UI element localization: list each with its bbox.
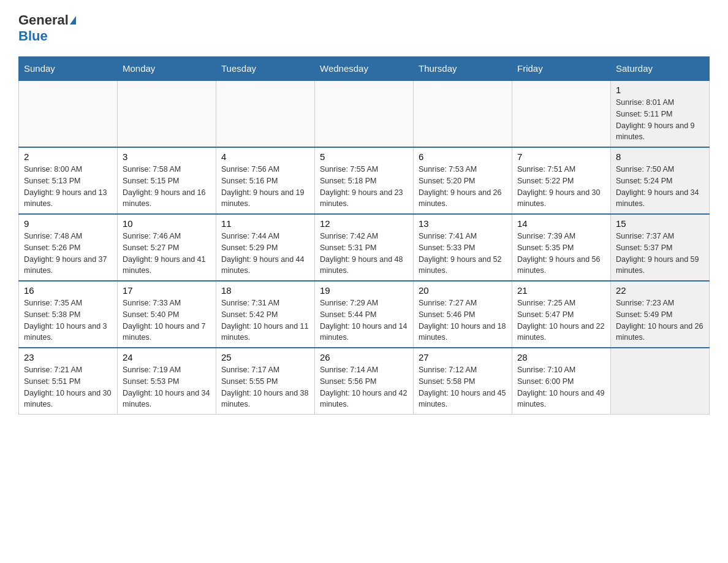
calendar-week-row: 1Sunrise: 8:01 AM Sunset: 5:11 PM Daylig… bbox=[19, 80, 710, 147]
day-number: 10 bbox=[123, 218, 211, 229]
calendar-cell: 15Sunrise: 7:37 AM Sunset: 5:37 PM Dayli… bbox=[611, 214, 710, 281]
day-info: Sunrise: 8:00 AM Sunset: 5:13 PM Dayligh… bbox=[24, 164, 112, 210]
day-number: 11 bbox=[221, 218, 309, 229]
day-number: 1 bbox=[616, 85, 704, 95]
day-number: 21 bbox=[517, 285, 605, 296]
day-info: Sunrise: 7:27 AM Sunset: 5:46 PM Dayligh… bbox=[419, 297, 507, 343]
day-number: 14 bbox=[517, 218, 605, 229]
day-info: Sunrise: 7:31 AM Sunset: 5:42 PM Dayligh… bbox=[221, 297, 309, 343]
calendar-cell: 28Sunrise: 7:10 AM Sunset: 6:00 PM Dayli… bbox=[512, 348, 611, 415]
calendar-cell bbox=[512, 80, 611, 147]
calendar-week-row: 16Sunrise: 7:35 AM Sunset: 5:38 PM Dayli… bbox=[19, 281, 710, 348]
day-info: Sunrise: 7:19 AM Sunset: 5:53 PM Dayligh… bbox=[123, 364, 211, 410]
calendar-cell: 12Sunrise: 7:42 AM Sunset: 5:31 PM Dayli… bbox=[315, 214, 414, 281]
page-header: General Blue bbox=[18, 12, 710, 44]
day-number: 27 bbox=[419, 352, 507, 362]
day-number: 17 bbox=[123, 285, 211, 296]
day-info: Sunrise: 7:56 AM Sunset: 5:16 PM Dayligh… bbox=[221, 164, 309, 210]
day-number: 24 bbox=[123, 352, 211, 362]
day-info: Sunrise: 7:46 AM Sunset: 5:27 PM Dayligh… bbox=[123, 231, 211, 277]
day-number: 2 bbox=[24, 151, 112, 162]
day-number: 28 bbox=[517, 352, 605, 362]
calendar-cell: 11Sunrise: 7:44 AM Sunset: 5:29 PM Dayli… bbox=[216, 214, 315, 281]
calendar-cell: 4Sunrise: 7:56 AM Sunset: 5:16 PM Daylig… bbox=[216, 147, 315, 214]
day-number: 23 bbox=[24, 352, 112, 362]
calendar-cell bbox=[611, 348, 710, 415]
calendar-week-row: 2Sunrise: 8:00 AM Sunset: 5:13 PM Daylig… bbox=[19, 147, 710, 214]
logo-general-text: General bbox=[18, 12, 69, 28]
day-number: 6 bbox=[419, 151, 507, 162]
calendar-cell: 26Sunrise: 7:14 AM Sunset: 5:56 PM Dayli… bbox=[315, 348, 414, 415]
header-tuesday: Tuesday bbox=[216, 57, 315, 81]
logo-triangle-icon bbox=[70, 16, 76, 25]
weekday-header-row: Sunday Monday Tuesday Wednesday Thursday… bbox=[19, 57, 710, 81]
calendar-cell: 18Sunrise: 7:31 AM Sunset: 5:42 PM Dayli… bbox=[216, 281, 315, 348]
calendar-cell: 22Sunrise: 7:23 AM Sunset: 5:49 PM Dayli… bbox=[611, 281, 710, 348]
day-number: 3 bbox=[123, 151, 211, 162]
header-monday: Monday bbox=[118, 57, 216, 81]
calendar-cell: 3Sunrise: 7:58 AM Sunset: 5:15 PM Daylig… bbox=[118, 147, 216, 214]
calendar-cell: 23Sunrise: 7:21 AM Sunset: 5:51 PM Dayli… bbox=[19, 348, 118, 415]
day-info: Sunrise: 7:25 AM Sunset: 5:47 PM Dayligh… bbox=[517, 297, 605, 343]
header-sunday: Sunday bbox=[19, 57, 118, 81]
calendar-cell: 16Sunrise: 7:35 AM Sunset: 5:38 PM Dayli… bbox=[19, 281, 118, 348]
day-info: Sunrise: 7:48 AM Sunset: 5:26 PM Dayligh… bbox=[24, 231, 112, 277]
calendar-cell: 19Sunrise: 7:29 AM Sunset: 5:44 PM Dayli… bbox=[315, 281, 414, 348]
day-number: 19 bbox=[320, 285, 408, 296]
day-info: Sunrise: 7:58 AM Sunset: 5:15 PM Dayligh… bbox=[123, 164, 211, 210]
calendar-cell: 10Sunrise: 7:46 AM Sunset: 5:27 PM Dayli… bbox=[118, 214, 216, 281]
day-info: Sunrise: 7:51 AM Sunset: 5:22 PM Dayligh… bbox=[517, 164, 605, 210]
header-thursday: Thursday bbox=[414, 57, 512, 81]
calendar-cell: 2Sunrise: 8:00 AM Sunset: 5:13 PM Daylig… bbox=[19, 147, 118, 214]
calendar-cell: 8Sunrise: 7:50 AM Sunset: 5:24 PM Daylig… bbox=[611, 147, 710, 214]
day-info: Sunrise: 7:14 AM Sunset: 5:56 PM Dayligh… bbox=[320, 364, 408, 410]
logo: General Blue bbox=[18, 12, 76, 44]
calendar-cell: 14Sunrise: 7:39 AM Sunset: 5:35 PM Dayli… bbox=[512, 214, 611, 281]
calendar-cell: 1Sunrise: 8:01 AM Sunset: 5:11 PM Daylig… bbox=[611, 80, 710, 147]
day-info: Sunrise: 8:01 AM Sunset: 5:11 PM Dayligh… bbox=[616, 97, 704, 143]
calendar-cell: 6Sunrise: 7:53 AM Sunset: 5:20 PM Daylig… bbox=[414, 147, 512, 214]
logo-blue-text: Blue bbox=[18, 28, 76, 44]
calendar-cell bbox=[19, 80, 118, 147]
header-friday: Friday bbox=[512, 57, 611, 81]
calendar-cell: 17Sunrise: 7:33 AM Sunset: 5:40 PM Dayli… bbox=[118, 281, 216, 348]
day-info: Sunrise: 7:55 AM Sunset: 5:18 PM Dayligh… bbox=[320, 164, 408, 210]
day-info: Sunrise: 7:39 AM Sunset: 5:35 PM Dayligh… bbox=[517, 231, 605, 277]
calendar-week-row: 23Sunrise: 7:21 AM Sunset: 5:51 PM Dayli… bbox=[19, 348, 710, 415]
calendar-cell: 20Sunrise: 7:27 AM Sunset: 5:46 PM Dayli… bbox=[414, 281, 512, 348]
calendar-cell bbox=[216, 80, 315, 147]
day-number: 5 bbox=[320, 151, 408, 162]
calendar-cell: 13Sunrise: 7:41 AM Sunset: 5:33 PM Dayli… bbox=[414, 214, 512, 281]
day-info: Sunrise: 7:33 AM Sunset: 5:40 PM Dayligh… bbox=[123, 297, 211, 343]
day-info: Sunrise: 7:37 AM Sunset: 5:37 PM Dayligh… bbox=[616, 231, 704, 277]
day-info: Sunrise: 7:29 AM Sunset: 5:44 PM Dayligh… bbox=[320, 297, 408, 343]
day-number: 4 bbox=[221, 151, 309, 162]
calendar-week-row: 9Sunrise: 7:48 AM Sunset: 5:26 PM Daylig… bbox=[19, 214, 710, 281]
calendar-table: Sunday Monday Tuesday Wednesday Thursday… bbox=[18, 56, 710, 415]
calendar-cell: 25Sunrise: 7:17 AM Sunset: 5:55 PM Dayli… bbox=[216, 348, 315, 415]
day-number: 22 bbox=[616, 285, 704, 296]
day-info: Sunrise: 7:17 AM Sunset: 5:55 PM Dayligh… bbox=[221, 364, 309, 410]
calendar-cell: 21Sunrise: 7:25 AM Sunset: 5:47 PM Dayli… bbox=[512, 281, 611, 348]
calendar-cell: 24Sunrise: 7:19 AM Sunset: 5:53 PM Dayli… bbox=[118, 348, 216, 415]
header-saturday: Saturday bbox=[611, 57, 710, 81]
day-number: 8 bbox=[616, 151, 704, 162]
day-info: Sunrise: 7:23 AM Sunset: 5:49 PM Dayligh… bbox=[616, 297, 704, 343]
calendar-cell bbox=[118, 80, 216, 147]
day-number: 9 bbox=[24, 218, 112, 229]
calendar-cell: 7Sunrise: 7:51 AM Sunset: 5:22 PM Daylig… bbox=[512, 147, 611, 214]
day-info: Sunrise: 7:42 AM Sunset: 5:31 PM Dayligh… bbox=[320, 231, 408, 277]
day-info: Sunrise: 7:44 AM Sunset: 5:29 PM Dayligh… bbox=[221, 231, 309, 277]
day-info: Sunrise: 7:53 AM Sunset: 5:20 PM Dayligh… bbox=[419, 164, 507, 210]
day-number: 7 bbox=[517, 151, 605, 162]
header-wednesday: Wednesday bbox=[315, 57, 414, 81]
day-number: 20 bbox=[419, 285, 507, 296]
day-number: 18 bbox=[221, 285, 309, 296]
day-number: 13 bbox=[419, 218, 507, 229]
day-number: 16 bbox=[24, 285, 112, 296]
day-info: Sunrise: 7:41 AM Sunset: 5:33 PM Dayligh… bbox=[419, 231, 507, 277]
calendar-cell bbox=[315, 80, 414, 147]
calendar-cell: 27Sunrise: 7:12 AM Sunset: 5:58 PM Dayli… bbox=[414, 348, 512, 415]
day-info: Sunrise: 7:12 AM Sunset: 5:58 PM Dayligh… bbox=[419, 364, 507, 410]
day-info: Sunrise: 7:10 AM Sunset: 6:00 PM Dayligh… bbox=[517, 364, 605, 410]
